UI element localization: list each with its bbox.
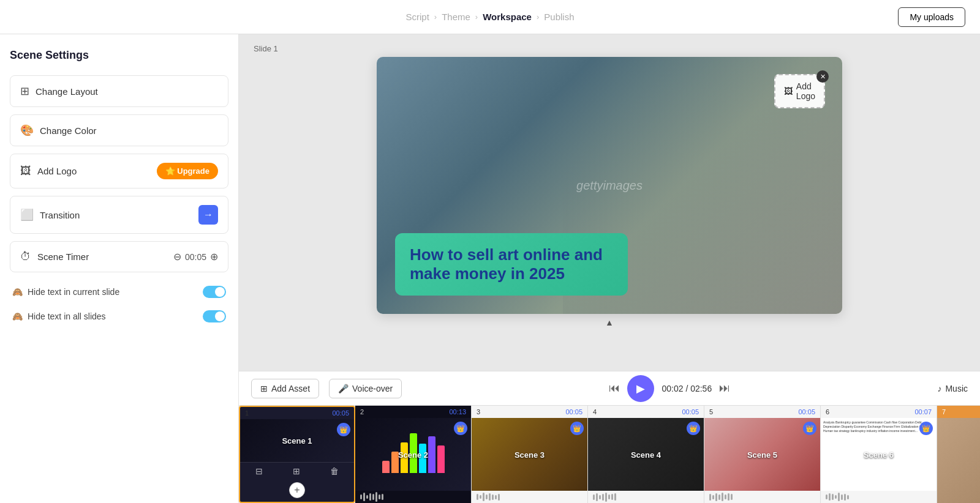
- hide-text-all-label: Hide text in all slides: [28, 311, 106, 321]
- nav-step-workspace[interactable]: Workspace: [483, 12, 532, 22]
- scene2-time: 00:13: [449, 408, 466, 415]
- scene5-waveform: [704, 491, 820, 503]
- scene5-header: 5 00:05: [704, 406, 820, 418]
- scene2-label: Scene 2: [398, 450, 428, 459]
- scene1-copy-icon[interactable]: ⊟: [255, 466, 263, 476]
- music-button[interactable]: ♪ Music: [937, 384, 968, 393]
- hide-text-all-left: 🙈 Hide text in all slides: [12, 311, 106, 321]
- nav-step-theme[interactable]: Theme: [442, 12, 470, 22]
- bar-1: [382, 461, 390, 473]
- scene4-waveform: [588, 491, 704, 503]
- scene-timer-item[interactable]: ⏱ Scene Timer ⊖ 00:05 ⊕: [10, 241, 228, 272]
- slide-title: How to sell art online and make money in…: [410, 245, 613, 283]
- scene7-bg: [937, 418, 980, 503]
- timeline-scene-7[interactable]: 7: [937, 406, 980, 503]
- scene6-label: Scene 6: [864, 450, 894, 459]
- scene-timer-label: Scene Timer: [37, 252, 89, 262]
- add-asset-button[interactable]: ⊞ Add Asset: [251, 379, 319, 398]
- timer-increase[interactable]: ⊕: [210, 251, 218, 263]
- scene2-thumb: Scene 2 👑: [355, 418, 471, 491]
- nav-chevron-2: ›: [475, 12, 478, 21]
- workspace: Slide 1 gettyimages How to sell art onli…: [239, 34, 980, 503]
- add-logo-left: 🖼 Add Logo: [20, 165, 77, 177]
- timeline-scene-1[interactable]: 1 00:05 Scene 1 👑 ⊟ ⊞ 🗑 +: [239, 406, 355, 503]
- timer-controls: ⊖ 00:05 ⊕: [173, 251, 218, 263]
- skip-forward-button[interactable]: ⏭: [719, 382, 730, 395]
- add-logo-overlay-label: Add Logo: [796, 81, 815, 101]
- scene4-label: Scene 4: [631, 450, 661, 459]
- bar-6: [428, 436, 435, 473]
- hide-text-all-toggle[interactable]: [203, 310, 226, 322]
- nav-step-publish[interactable]: Publish: [544, 12, 574, 22]
- scene1-layout-icon[interactable]: ⊞: [293, 466, 300, 476]
- scene5-num: 5: [709, 408, 713, 415]
- playback-controls: ⏮ ▶ 00:02 / 02:56 ⏭: [609, 375, 730, 402]
- add-logo-item[interactable]: 🖼 Add Logo ⭐ Upgrade: [10, 154, 228, 188]
- transition-left: ⬜ Transition: [20, 208, 80, 222]
- hide-text-current-left: 🙈 Hide text in current slide: [12, 287, 119, 297]
- hide-text-all-row: 🙈 Hide text in all slides: [10, 304, 228, 329]
- close-overlay-button[interactable]: ✕: [816, 70, 829, 83]
- hide-text-current-label: Hide text in current slide: [28, 287, 119, 297]
- scene7-num: 7: [942, 408, 946, 415]
- timer-decrease[interactable]: ⊖: [173, 251, 181, 263]
- sidebar-title: Scene Settings: [10, 49, 228, 62]
- hide-text-current-row: 🙈 Hide text in current slide: [10, 280, 228, 304]
- add-logo-overlay[interactable]: 🖼 Add Logo ✕: [774, 74, 825, 108]
- my-uploads-button[interactable]: My uploads: [898, 7, 965, 27]
- scene6-time: 00:07: [914, 408, 932, 415]
- scene3-header: 3 00:05: [472, 406, 587, 418]
- scene6-waveform: [821, 491, 937, 503]
- change-layout-label: Change Layout: [36, 86, 98, 97]
- scene2-num: 2: [360, 408, 364, 415]
- timeline-scene-6[interactable]: 6 00:07 Analysis Bankruptcy guarantee Co…: [821, 406, 937, 503]
- timeline-scene-2[interactable]: 2 00:13 S: [355, 406, 472, 503]
- slide-label: Slide 1: [254, 44, 278, 53]
- upgrade-button[interactable]: ⭐ Upgrade: [157, 163, 218, 179]
- slide-image: gettyimages How to sell art online and m…: [377, 57, 842, 314]
- scene6-num: 6: [826, 408, 829, 415]
- timeline-scene-3[interactable]: 3 00:05 Scene 3 👑: [472, 406, 588, 503]
- bar-2: [391, 452, 399, 473]
- voice-over-label: Voice-over: [352, 384, 393, 393]
- scene3-thumb: Scene 3 👑: [472, 418, 587, 491]
- scene7-header: 7: [937, 406, 980, 418]
- add-asset-label: Add Asset: [271, 384, 310, 393]
- timeline-scene-5[interactable]: 5 00:05 Scene 5 👑: [704, 406, 821, 503]
- scene4-thumb: Scene 4 👑: [588, 418, 704, 491]
- transition-arrow-button[interactable]: →: [198, 205, 218, 225]
- hide-text-current-toggle[interactable]: [203, 286, 226, 298]
- scene3-badge: 👑: [570, 422, 584, 435]
- scene2-waveform: [355, 491, 471, 503]
- scene3-num: 3: [477, 408, 480, 415]
- logo-icon: 🖼: [20, 165, 31, 177]
- change-layout-item[interactable]: ⊞ Change Layout: [10, 75, 228, 107]
- scene1-delete-icon[interactable]: 🗑: [330, 466, 339, 476]
- scene3-waveform: [472, 491, 587, 503]
- add-logo-overlay-icon: 🖼: [784, 86, 793, 96]
- playback-bar: ⊞ Add Asset 🎤 Voice-over ⏮ ▶ 00:02 / 02:…: [239, 371, 980, 405]
- slide-text-box: How to sell art online and make money in…: [395, 233, 628, 296]
- play-button[interactable]: ▶: [627, 375, 654, 402]
- timeline: 1 00:05 Scene 1 👑 ⊟ ⊞ 🗑 +: [239, 405, 980, 503]
- scene1-add-button[interactable]: +: [289, 482, 305, 498]
- change-color-item[interactable]: 🎨 Change Color: [10, 114, 228, 146]
- time-display: 00:02 / 02:56: [662, 384, 712, 393]
- scene1-label: Scene 1: [282, 436, 312, 445]
- hide-all-eye-icon: 🙈: [12, 311, 23, 321]
- scene5-badge: 👑: [803, 422, 816, 435]
- bar-7: [437, 445, 445, 473]
- music-icon: ♪: [937, 384, 941, 393]
- timeline-scene-4[interactable]: 4 00:05 Scene 4 👑: [588, 406, 704, 503]
- transition-item[interactable]: ⬜ Transition →: [10, 196, 228, 234]
- voice-over-button[interactable]: 🎤 Voice-over: [329, 379, 402, 398]
- nav-step-script[interactable]: Script: [405, 12, 429, 22]
- scene-timer-left: ⏱ Scene Timer: [20, 250, 89, 263]
- top-nav: Script › Theme › Workspace › Publish My …: [0, 0, 980, 34]
- skip-back-button[interactable]: ⏮: [609, 382, 620, 395]
- add-asset-icon: ⊞: [260, 384, 268, 393]
- scene3-label: Scene 3: [514, 450, 545, 459]
- sidebar: Scene Settings ⊞ Change Layout 🎨 Change …: [0, 34, 239, 503]
- layout-icon: ⊞: [20, 84, 29, 98]
- scene5-time: 00:05: [798, 408, 815, 415]
